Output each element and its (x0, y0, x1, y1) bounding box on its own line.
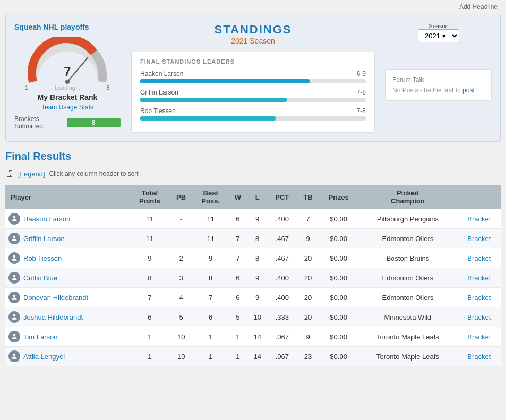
col-player[interactable]: Player (5, 185, 130, 209)
table-row: Tim Larson 1101114.0679$0.00Toronto Mapl… (5, 327, 501, 347)
best_poss-7: 1 (193, 347, 229, 366)
top-panel: Squeah NHL playoffs 7 1 Loading... 8 My … (5, 14, 501, 142)
total_points-3: 8 (130, 268, 170, 288)
total_points-0: 11 (130, 209, 170, 229)
player-name-5[interactable]: Joshua Hildebrandt (23, 313, 83, 321)
leader-bar-outer-2 (140, 98, 366, 102)
gauge-rank-number: 7 (64, 64, 71, 79)
top-right-section: Season 2021 ▾ Forum Talk No Posts - be t… (385, 23, 492, 101)
prizes-2: $0.00 (319, 248, 358, 268)
w-6: 1 (228, 327, 247, 347)
bracket-link-0[interactable]: Bracket (458, 209, 501, 229)
person-icon (11, 215, 18, 222)
person-icon (11, 254, 18, 262)
team-usage-link[interactable]: Team Usage Stats (14, 104, 121, 111)
player-cell-7: Attila Lengyel (5, 347, 130, 366)
bracket-link-3[interactable]: Bracket (458, 268, 501, 288)
player-name-0[interactable]: Haakon Larson (23, 215, 70, 223)
bracket-link-6[interactable]: Bracket (458, 327, 501, 347)
league-name: Squeah NHL playoffs (14, 23, 121, 31)
col-tb[interactable]: TB (297, 185, 319, 209)
bracket-link-5[interactable]: Bracket (458, 307, 501, 327)
bracket-link-2[interactable]: Bracket (458, 248, 501, 268)
pct-6: .067 (268, 327, 297, 347)
l-5: 10 (247, 307, 268, 327)
bracket-link-1[interactable]: Bracket (458, 229, 501, 248)
player-name-7[interactable]: Attila Lengyel (23, 353, 65, 361)
w-3: 6 (228, 268, 247, 288)
svg-point-5 (13, 275, 16, 278)
player-name-4[interactable]: Donovan Hildebrandt (23, 294, 88, 302)
results-table: Player TotalPoints PB BestPoss. W L PCT … (5, 185, 501, 366)
prizes-5: $0.00 (319, 307, 358, 327)
tb-3: 20 (297, 268, 319, 288)
player-name-1[interactable]: Griffin Larson (23, 235, 65, 243)
prizes-3: $0.00 (319, 268, 358, 288)
w-4: 6 (228, 288, 247, 307)
person-icon (11, 313, 18, 321)
forum-post-link[interactable]: post (462, 87, 475, 94)
tb-4: 20 (297, 288, 319, 307)
top-left-section: Squeah NHL playoffs 7 1 Loading... 8 My … (14, 23, 121, 130)
brackets-submitted-label: Brackets Submitted: (14, 115, 63, 130)
col-w[interactable]: W (228, 185, 247, 209)
player-name-3[interactable]: Griffin Blue (23, 274, 57, 282)
legend-link[interactable]: [Legend] (18, 170, 45, 178)
col-best-poss[interactable]: BestPoss. (193, 185, 229, 209)
final-results-title: Final Results (5, 150, 501, 162)
player-cell-3: Griffin Blue (5, 268, 130, 288)
leader-name-2: Griffin Larson (140, 89, 178, 96)
champion-6: Toronto Maple Leafs (358, 327, 458, 347)
forum-box: Forum Talk No Posts - be the first to po… (385, 69, 492, 101)
leader-bar-fill-1 (140, 79, 310, 83)
leaders-box: FINAL STANDINGS LEADERS Haakon Larson 6-… (131, 52, 375, 133)
svg-point-3 (13, 236, 16, 238)
svg-point-7 (13, 314, 16, 317)
leader-record-2: 7-8 (357, 89, 366, 96)
season-dropdown[interactable]: 2021 ▾ (418, 29, 459, 42)
col-total-points[interactable]: TotalPoints (130, 185, 170, 209)
col-prizes[interactable]: Prizes (319, 185, 358, 209)
svg-point-9 (13, 354, 16, 356)
pb-3: 3 (169, 268, 192, 288)
table-row: Haakon Larson 11-1169.4007$0.00Pittsburg… (5, 209, 501, 229)
gauge-loading: Loading... (55, 84, 80, 91)
w-0: 6 (228, 209, 247, 229)
best_poss-3: 8 (193, 268, 229, 288)
champion-0: Pittsburgh Penguins (358, 209, 458, 229)
pb-2: 2 (169, 248, 192, 268)
table-row: Griffin Blue 83869.40020$0.00Edmonton Oi… (5, 268, 501, 288)
player-name-2[interactable]: Rob Tiessen (23, 254, 62, 262)
pct-4: .400 (268, 288, 297, 307)
col-pct[interactable]: PCT (268, 185, 297, 209)
champion-7: Toronto Maple Leafs (358, 347, 458, 366)
pct-2: .467 (268, 248, 297, 268)
table-row: Griffin Larson 11-1178.4679$0.00Edmonton… (5, 229, 501, 248)
l-6: 14 (247, 327, 268, 347)
tb-7: 23 (297, 347, 319, 366)
svg-point-2 (13, 216, 16, 219)
prizes-7: $0.00 (319, 347, 358, 366)
pb-5: 5 (169, 307, 192, 327)
brackets-bar: 8 (67, 118, 121, 127)
leader-bar-fill-2 (140, 98, 287, 102)
printer-icon[interactable]: 🖨 (5, 169, 14, 178)
player-avatar-3 (8, 272, 20, 284)
pb-7: 10 (169, 347, 192, 366)
player-avatar-4 (8, 292, 20, 303)
tb-6: 9 (297, 327, 319, 347)
person-icon (11, 333, 18, 340)
brackets-submitted: Brackets Submitted: 8 (14, 115, 121, 130)
bracket-link-7[interactable]: Bracket (458, 347, 501, 366)
col-pb[interactable]: PB (169, 185, 192, 209)
player-name-6[interactable]: Tim Larson (23, 333, 58, 341)
col-picked-champion[interactable]: PickedChampion (358, 185, 458, 209)
top-center-section: STANDINGS 2021 Season FINAL STANDINGS LE… (131, 23, 375, 133)
add-headline[interactable]: Add Headline (0, 0, 506, 14)
col-l[interactable]: L (247, 185, 268, 209)
svg-point-4 (13, 255, 16, 258)
total_points-4: 7 (130, 288, 170, 307)
player-avatar-0 (8, 213, 20, 225)
player-avatar-2 (8, 252, 20, 264)
bracket-link-4[interactable]: Bracket (458, 288, 501, 307)
